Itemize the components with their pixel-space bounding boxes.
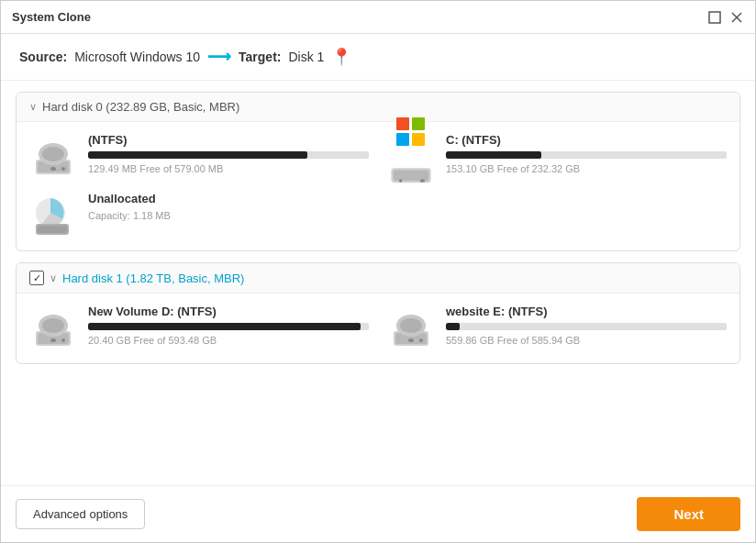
close-button[interactable] [729, 10, 744, 25]
partition-ntfs1-fill [88, 151, 307, 159]
checkmark-icon: ✓ [33, 272, 41, 284]
partition-d-fill [88, 323, 361, 330]
drive-icon-d [29, 305, 77, 352]
title-bar: System Clone [1, 1, 755, 34]
partition-e-bar [446, 323, 727, 330]
maximize-button[interactable] [707, 10, 722, 25]
chevron-down-icon: ∨ [29, 101, 37, 113]
target-value: Disk 1 [288, 50, 324, 64]
window-title: System Clone [12, 10, 91, 24]
partition-d-free: 20.40 GB Free of 593.48 GB [88, 335, 369, 346]
partition-ntfs1-info: (NTFS) 129.49 MB Free of 579.00 MB [88, 133, 369, 174]
partition-e-name: website E: (NTFS) [446, 305, 727, 318]
partition-c-ntfs: C: (NTFS) 153.10 GB Free of 232.32 GB [387, 133, 727, 181]
unallocated-info: Unallocated Capacity: 1.18 MB [88, 192, 369, 221]
partition-e-free: 559.86 GB Free of 585.94 GB [446, 335, 727, 346]
svg-point-11 [420, 179, 426, 182]
unallocated-name: Unallocated [88, 192, 369, 205]
partition-c-fill [446, 151, 541, 159]
svg-rect-0 [709, 12, 720, 23]
disk-group-1: ✓ ∨ Hard disk 1 (1.82 TB, Basic, MBR) [16, 262, 740, 364]
disk-1-label: Hard disk 1 (1.82 TB, Basic, MBR) [62, 272, 244, 285]
arrow-icon: ⟶ [207, 47, 231, 67]
svg-point-27 [419, 338, 423, 342]
unallocated-free: Capacity: 1.18 MB [88, 210, 369, 221]
svg-point-19 [42, 318, 64, 333]
svg-point-20 [50, 338, 56, 342]
advanced-options-button[interactable]: Advanced options [16, 499, 145, 529]
partition-ntfs1-name: (NTFS) [88, 133, 369, 147]
disk-0-unallocated-row: Unallocated Capacity: 1.18 MB [17, 192, 739, 250]
partition-e: website E: (NTFS) 559.86 GB Free of 585.… [387, 305, 727, 352]
svg-point-21 [61, 338, 65, 342]
svg-rect-15 [38, 226, 67, 233]
partition-e-fill [446, 323, 460, 330]
drive-icon-e [387, 305, 435, 352]
disk-1-partitions-row: New Volume D: (NTFS) 20.40 GB Free of 59… [17, 294, 739, 363]
svg-rect-10 [394, 171, 429, 181]
partition-c-name: C: (NTFS) [446, 133, 727, 147]
partition-c-bar [446, 151, 727, 159]
partition-unallocated: Unallocated Capacity: 1.18 MB [29, 192, 369, 239]
spacer [387, 192, 727, 239]
disk-0-label: Hard disk 0 (232.89 GB, Basic, MBR) [42, 100, 239, 114]
disk-0-header[interactable]: ∨ Hard disk 0 (232.89 GB, Basic, MBR) [17, 93, 739, 122]
partition-d-bar [88, 323, 369, 330]
svg-point-8 [61, 167, 65, 171]
target-label: Target: [239, 50, 281, 64]
footer: Advanced options Next [1, 485, 755, 542]
source-value: Microsoft Windows 10 [74, 50, 200, 64]
partition-d: New Volume D: (NTFS) 20.40 GB Free of 59… [29, 305, 369, 352]
partition-ntfs1: (NTFS) 129.49 MB Free of 579.00 MB [29, 133, 369, 181]
chevron-down-icon-1: ∨ [50, 272, 57, 284]
partition-c-info: C: (NTFS) 153.10 GB Free of 232.32 GB [446, 133, 727, 174]
partition-e-info: website E: (NTFS) 559.86 GB Free of 585.… [446, 305, 727, 346]
main-window: System Clone Source: Microsoft Windows 1… [0, 0, 756, 543]
window-controls [707, 10, 744, 25]
svg-point-6 [42, 147, 64, 161]
partition-c-free: 153.10 GB Free of 232.32 GB [446, 163, 727, 174]
disk-group-0: ∨ Hard disk 0 (232.89 GB, Basic, MBR) [16, 92, 740, 251]
location-pin-icon: 📍 [331, 47, 351, 67]
partition-d-name: New Volume D: (NTFS) [88, 305, 369, 318]
windows-logo-icon [396, 117, 426, 147]
header-bar: Source: Microsoft Windows 10 ⟶ Target: D… [1, 34, 755, 81]
partition-ntfs1-free: 129.49 MB Free of 579.00 MB [88, 163, 369, 174]
svg-point-12 [399, 179, 402, 182]
svg-point-7 [50, 167, 56, 171]
disk-1-checkbox[interactable]: ✓ [29, 271, 44, 285]
drive-icon-unallocated [29, 192, 77, 239]
disk-1-header[interactable]: ✓ ∨ Hard disk 1 (1.82 TB, Basic, MBR) [17, 263, 739, 294]
disk-0-partitions-row: (NTFS) 129.49 MB Free of 579.00 MB [17, 122, 739, 192]
drive-icon-c [387, 133, 435, 181]
drive-icon-ntfs1 [29, 133, 77, 181]
next-button[interactable]: Next [637, 497, 740, 531]
content-area: ∨ Hard disk 0 (232.89 GB, Basic, MBR) [1, 81, 755, 485]
partition-ntfs1-bar [88, 151, 369, 159]
partition-d-info: New Volume D: (NTFS) 20.40 GB Free of 59… [88, 305, 369, 346]
svg-point-26 [408, 338, 414, 342]
source-label: Source: [19, 50, 67, 64]
svg-point-25 [400, 318, 422, 333]
